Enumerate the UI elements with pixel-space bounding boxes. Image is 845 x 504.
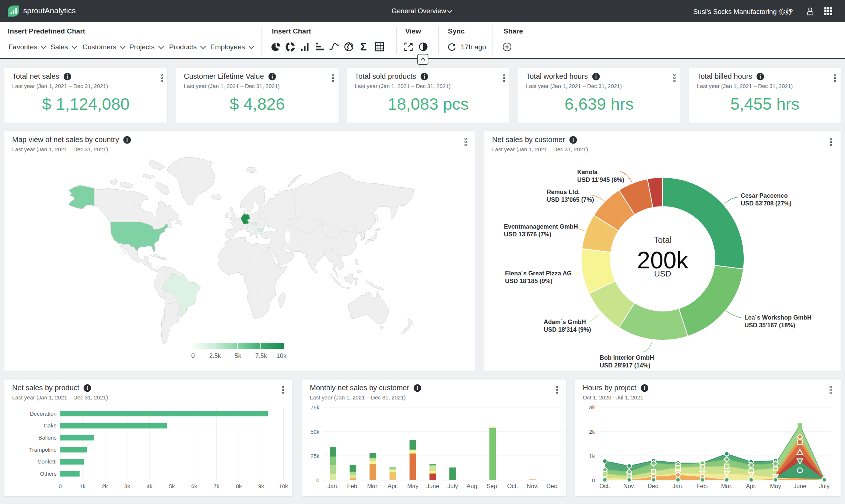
- svg-text:Bob Interior GmbH: Bob Interior GmbH: [600, 354, 654, 361]
- svg-text:USD 13'065 (7%): USD 13'065 (7%): [547, 196, 594, 203]
- svg-text:Oct.: Oct.: [599, 483, 610, 489]
- svg-text:Nov.: Nov.: [527, 483, 539, 489]
- svg-text:Confetti: Confetti: [38, 458, 57, 465]
- svg-text:Others: Others: [40, 470, 56, 477]
- svg-text:7.5k: 7.5k: [255, 352, 267, 359]
- svg-text:Jan.: Jan.: [672, 483, 683, 489]
- svg-text:Cesar Paccenco: Cesar Paccenco: [741, 192, 788, 199]
- svg-text:Apr.: Apr.: [388, 483, 398, 489]
- svg-text:Mar.: Mar.: [367, 483, 379, 489]
- svg-text:Lea´s Workshop GmbH: Lea´s Workshop GmbH: [744, 314, 811, 321]
- svg-text:50k: 50k: [311, 429, 320, 435]
- svg-text:10k: 10k: [279, 483, 288, 489]
- svg-text:July: July: [448, 483, 458, 489]
- svg-text:USD 53'708 (27%): USD 53'708 (27%): [741, 200, 792, 207]
- svg-text:May: May: [407, 483, 418, 489]
- svg-text:USD 18'185 (9%): USD 18'185 (9%): [505, 278, 553, 284]
- svg-text:Elena´s Great Pizza AG: Elena´s Great Pizza AG: [505, 270, 572, 276]
- svg-text:July: July: [819, 483, 830, 489]
- svg-text:Jan.: Jan.: [327, 483, 339, 489]
- svg-text:USD 35'167 (18%): USD 35'167 (18%): [744, 322, 795, 328]
- svg-text:Dec.: Dec.: [546, 483, 558, 489]
- svg-text:Nov.: Nov.: [623, 483, 635, 489]
- svg-text:Decoration: Decoration: [30, 410, 57, 417]
- svg-text:June: June: [793, 483, 806, 489]
- svg-text:0: 0: [316, 477, 319, 483]
- svg-text:2k: 2k: [102, 483, 108, 489]
- svg-text:2k: 2k: [589, 429, 595, 435]
- svg-text:0: 0: [592, 477, 595, 483]
- svg-text:USD 11'945 (6%): USD 11'945 (6%): [577, 176, 624, 183]
- svg-text:Remus Ltd.: Remus Ltd.: [547, 188, 580, 195]
- svg-text:Eventmanagement GmbH: Eventmanagement GmbH: [504, 223, 578, 230]
- svg-text:Feb.: Feb.: [697, 483, 708, 489]
- svg-text:1k: 1k: [589, 453, 595, 459]
- svg-text:Cake: Cake: [43, 422, 56, 429]
- svg-text:Trampoline: Trampoline: [29, 447, 56, 453]
- svg-text:0: 0: [59, 483, 62, 489]
- svg-text:USD: USD: [654, 269, 671, 278]
- svg-text:5k: 5k: [235, 352, 241, 359]
- svg-text:7k: 7k: [214, 483, 220, 489]
- svg-text:June: June: [427, 483, 439, 489]
- svg-text:Aug.: Aug.: [467, 483, 479, 489]
- svg-text:May: May: [770, 483, 781, 489]
- svg-text:Adam´s GmbH: Adam´s GmbH: [544, 318, 586, 325]
- svg-text:Kanola: Kanola: [577, 169, 598, 175]
- svg-text:0: 0: [191, 352, 194, 359]
- svg-text:3k: 3k: [589, 404, 595, 410]
- svg-text:75k: 75k: [311, 404, 320, 410]
- svg-text:5k: 5k: [169, 483, 175, 489]
- svg-text:Mar.: Mar.: [721, 483, 732, 489]
- svg-text:1k: 1k: [80, 483, 85, 489]
- svg-text:Sep.: Sep.: [487, 483, 499, 489]
- svg-text:25k: 25k: [311, 453, 320, 459]
- svg-text:Ballons: Ballons: [38, 434, 56, 441]
- svg-text:10k: 10k: [276, 352, 287, 359]
- svg-text:6k: 6k: [191, 483, 197, 489]
- svg-text:3k: 3k: [124, 483, 130, 489]
- svg-text:4k: 4k: [147, 483, 152, 489]
- svg-text:USD 18'314 (9%): USD 18'314 (9%): [544, 326, 591, 333]
- svg-text:8k: 8k: [236, 483, 242, 489]
- svg-text:Dec.: Dec.: [648, 483, 660, 489]
- svg-text:Oct.: Oct.: [507, 483, 518, 489]
- svg-text:USD 28'917 (14%): USD 28'917 (14%): [600, 362, 651, 369]
- svg-text:USD 13'676 (7%): USD 13'676 (7%): [504, 231, 551, 237]
- svg-text:Feb.: Feb.: [347, 483, 359, 489]
- svg-text:9k: 9k: [258, 483, 264, 489]
- svg-text:2.5k: 2.5k: [209, 352, 221, 359]
- svg-text:Total: Total: [654, 235, 672, 245]
- svg-text:Apr.: Apr.: [746, 483, 756, 489]
